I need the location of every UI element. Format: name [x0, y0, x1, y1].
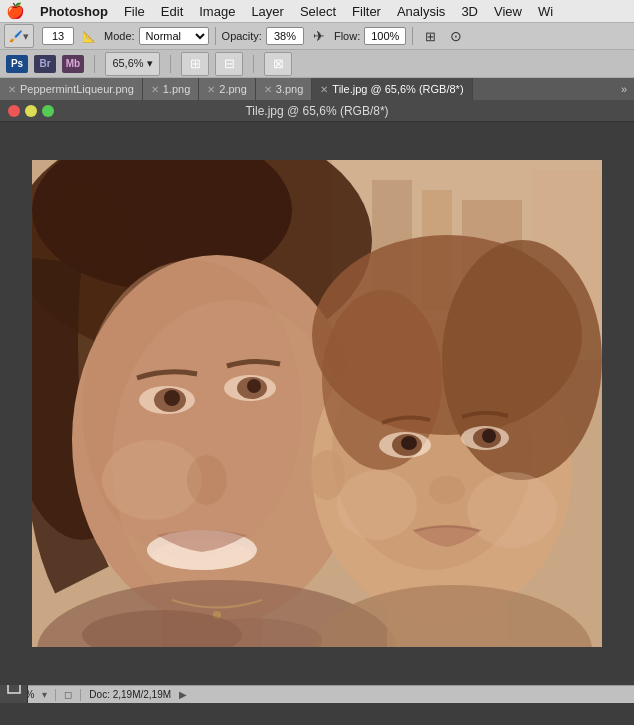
- brush-preset-picker[interactable]: 🖌️▾: [4, 24, 34, 48]
- status-divider-1: [55, 689, 56, 701]
- tab-3png-label: 3.png: [276, 83, 304, 95]
- mode-select[interactable]: Normal Multiply Screen Overlay: [139, 27, 209, 45]
- doc-info-arrow[interactable]: ▶: [179, 689, 187, 700]
- brush-pressure-btn[interactable]: 📐: [78, 25, 100, 47]
- tab-bar: ✕ PeppermintLiqueur.png ✕ 1.png ✕ 2.png …: [0, 78, 634, 100]
- tablet-pressure-btn[interactable]: ⊞: [419, 25, 441, 47]
- menu-view[interactable]: View: [487, 2, 529, 21]
- zoom-select[interactable]: 65,6% ▾: [105, 52, 160, 76]
- photo-svg: [32, 160, 602, 647]
- br-icon[interactable]: Br: [34, 55, 56, 73]
- brush-size-input[interactable]: [42, 27, 74, 45]
- menu-file[interactable]: File: [117, 2, 152, 21]
- options-bar: 🖌️▾ 📐 Mode: Normal Multiply Screen Overl…: [0, 22, 634, 50]
- close-window-btn[interactable]: [8, 105, 20, 117]
- tab-scroll-btn[interactable]: »: [614, 78, 634, 100]
- screen-mode[interactable]: ⊠: [264, 52, 292, 76]
- brush-options-btn[interactable]: ⊙: [445, 25, 467, 47]
- options2-divider3: [253, 55, 254, 73]
- menu-wi[interactable]: Wi: [531, 2, 560, 21]
- tab-peppermint[interactable]: ✕ PeppermintLiqueur.png: [0, 78, 143, 100]
- tab-2png[interactable]: ✕ 2.png: [199, 78, 256, 100]
- tab-3png[interactable]: ✕ 3.png: [256, 78, 313, 100]
- menu-analysis[interactable]: Analysis: [390, 2, 452, 21]
- extras-btn[interactable]: ⊟: [215, 52, 243, 76]
- traffic-lights: [8, 105, 54, 117]
- tab-2png-label: 2.png: [219, 83, 247, 95]
- tab-peppermint-close[interactable]: ✕: [8, 84, 16, 95]
- quick-mask-icon: ◻: [64, 689, 72, 700]
- menu-edit[interactable]: Edit: [154, 2, 190, 21]
- divider-2: [412, 27, 413, 45]
- canvas-title: Tile.jpg @ 65,6% (RGB/8*): [245, 104, 388, 118]
- minimize-window-btn[interactable]: [25, 105, 37, 117]
- tab-1png-label: 1.png: [163, 83, 191, 95]
- options2-divider2: [170, 55, 171, 73]
- menu-3d[interactable]: 3D: [454, 2, 485, 21]
- tab-1png-close[interactable]: ✕: [151, 84, 159, 95]
- options2-divider: [94, 55, 95, 73]
- main-content: ✣: [0, 78, 634, 703]
- opacity-airbrush-btn[interactable]: ✈: [308, 25, 330, 47]
- mode-label: Mode:: [104, 30, 135, 42]
- canvas-image: [32, 160, 602, 647]
- tab-tilejpg[interactable]: ✕ Tile.jpg @ 65,6% (RGB/8*): [312, 78, 472, 100]
- menu-select[interactable]: Select: [293, 2, 343, 21]
- tab-tilejpg-close[interactable]: ✕: [320, 84, 328, 95]
- options-bar-2: Ps Br Mb 65,6% ▾ ⊞ ⊟ ⊠: [0, 50, 634, 78]
- zoom-dropdown-btn[interactable]: ▾: [42, 689, 47, 700]
- menu-layer[interactable]: Layer: [244, 2, 291, 21]
- menu-image[interactable]: Image: [192, 2, 242, 21]
- canvas-titlebar: Tile.jpg @ 65,6% (RGB/8*): [0, 100, 634, 122]
- canvas-area[interactable]: [0, 122, 634, 685]
- mb-icon[interactable]: Mb: [62, 55, 84, 73]
- status-bar: 65,6% ▾ ◻ Doc: 2,19M/2,19M ▶: [0, 685, 634, 703]
- tab-2png-close[interactable]: ✕: [207, 84, 215, 95]
- tab-peppermint-label: PeppermintLiqueur.png: [20, 83, 134, 95]
- right-panel: ✕ PeppermintLiqueur.png ✕ 1.png ✕ 2.png …: [0, 78, 634, 703]
- grid-toggle[interactable]: ⊞: [181, 52, 209, 76]
- menu-photoshop[interactable]: Photoshop: [33, 2, 115, 21]
- flow-input[interactable]: [364, 27, 406, 45]
- ps-icon[interactable]: Ps: [6, 55, 28, 73]
- svg-rect-65: [32, 160, 602, 647]
- opacity-input[interactable]: [266, 27, 304, 45]
- maximize-window-btn[interactable]: [42, 105, 54, 117]
- menu-bar: 🍎 Photoshop File Edit Image Layer Select…: [0, 0, 634, 22]
- status-divider-2: [80, 689, 81, 701]
- divider-1: [215, 27, 216, 45]
- apple-menu[interactable]: 🍎: [6, 2, 25, 20]
- flow-label: Flow:: [334, 30, 360, 42]
- tab-tilejpg-label: Tile.jpg @ 65,6% (RGB/8*): [332, 83, 463, 95]
- opacity-label: Opacity:: [222, 30, 262, 42]
- tab-1png[interactable]: ✕ 1.png: [143, 78, 200, 100]
- menu-filter[interactable]: Filter: [345, 2, 388, 21]
- doc-size: Doc: 2,19M/2,19M: [89, 689, 171, 700]
- tab-3png-close[interactable]: ✕: [264, 84, 272, 95]
